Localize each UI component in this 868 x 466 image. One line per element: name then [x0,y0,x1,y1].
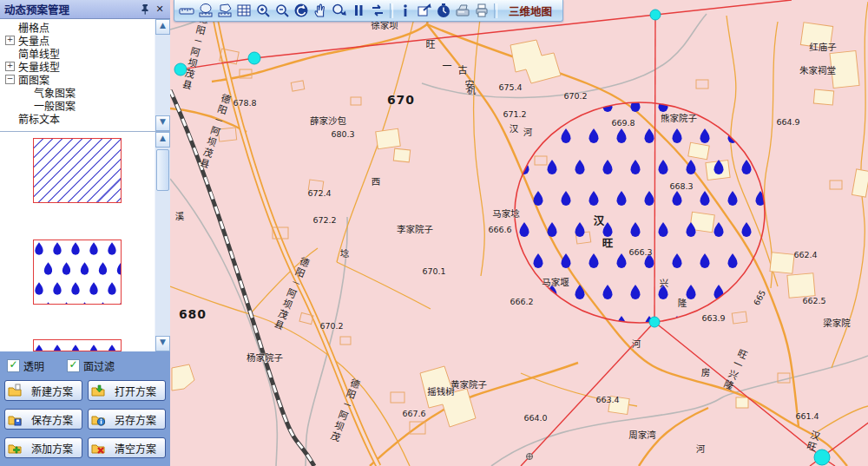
scroll-thumb[interactable] [156,149,169,191]
plan-button-清空方案[interactable]: 清空方案 [88,437,166,458]
application-window: 动态预案管理 ✕ 栅格点+矢量点简单线型+矢量线型−面图案气象图案一般图案箭标文… [0,0,868,466]
measure-ruler-icon [179,3,194,18]
previous-view-button[interactable] [293,3,311,19]
measure-ellipse-button[interactable] [197,3,215,19]
layer-tree-area: 栅格点+矢量点简单线型+矢量线型−面图案气象图案一般图案箭标文本 ▲ ▼ [0,19,170,132]
panel-title: 动态预案管理 [4,1,136,17]
checkbox-box[interactable]: ✓ [67,359,80,372]
swap-arrows-button[interactable] [369,3,387,19]
pattern-scrollbar[interactable]: ▲ ▼ [155,132,170,351]
info-icon [398,3,413,18]
tree-scrollbar[interactable]: ▲ ▼ [155,19,170,131]
hazard-zone-ellipse[interactable] [515,102,765,323]
option-checkboxes: ✓透明✓面过滤 [3,357,167,380]
pan-hand-button[interactable] [312,3,330,19]
junction-symbol [527,454,533,460]
plan-management-panel: 动态预案管理 ✕ 栅格点+矢量点简单线型+矢量线型−面图案气象图案一般图案箭标文… [0,0,171,466]
tree-item-气象图案[interactable]: 气象图案 [5,86,155,99]
folder-new-icon [8,384,22,397]
zoom-select-button[interactable] [331,3,349,19]
hatch-pattern-swatch[interactable] [33,138,122,203]
tree-item-面图案[interactable]: −面图案 [5,73,155,86]
toolbar-separator [390,3,393,18]
plan-button-保存方案[interactable]: 保存方案 [4,409,82,430]
expand-icon[interactable]: + [5,62,15,71]
raindrop-preview [34,240,121,304]
zoom-in-icon [255,3,271,18]
checkbox-透明[interactable]: ✓透明 [7,358,44,373]
pattern-list-area: ▲ ▼ [0,132,170,351]
pan-hand-icon [312,3,328,18]
plan-button-另存方案[interactable]: 另存方案 [88,409,166,430]
plan-button-label: 保存方案 [24,412,80,427]
pause-button[interactable] [350,3,368,19]
zoom-out-button[interactable] [273,3,292,19]
raindrop-pattern-swatch[interactable] [33,240,122,305]
panel-title-bar: 动态预案管理 ✕ [0,0,170,19]
scroll-track[interactable] [155,148,170,336]
folder-add-icon [8,441,22,455]
tree-item-简单线型[interactable]: 简单线型 [5,47,155,60]
plan-button-label: 打开方案 [108,384,163,398]
clipped-preview [34,343,121,351]
plan-button-添加方案[interactable]: 添加方案 [4,437,82,458]
scroll-track[interactable] [155,35,170,115]
map-canvas[interactable] [170,0,868,466]
plan-button-label: 添加方案 [24,441,80,456]
tree-item-矢量线型[interactable]: +矢量线型 [5,60,155,73]
grid-icon [236,3,252,18]
toolbar-separator [494,3,497,18]
map-3d-button[interactable]: 三维地图 [501,3,560,19]
checkbox-box[interactable]: ✓ [7,359,20,372]
expand-icon[interactable]: + [5,36,15,45]
timer-icon [436,3,451,18]
plan-button-grid: 新建方案打开方案保存方案另存方案添加方案清空方案修改参数修改属性 [3,380,167,466]
measure-ellipse-icon [198,3,214,18]
measure-ruler-button[interactable] [178,3,196,19]
measure-polygon-button[interactable] [216,3,234,19]
scanner-icon [455,3,470,18]
zoom-out-icon [274,3,290,18]
folder-open-icon [91,384,105,397]
pause-icon [351,3,366,18]
checkbox-面过滤[interactable]: ✓面过滤 [67,358,115,373]
map-toolbar: 三维地图 [174,0,563,22]
close-icon[interactable]: ✕ [154,3,166,16]
export-button[interactable] [416,3,434,19]
plan-button-打开方案[interactable]: 打开方案 [88,380,166,401]
info-button[interactable] [397,3,415,19]
plan-button-label: 另存方案 [108,412,163,427]
folder-saveas-icon [91,412,105,426]
clipped-pattern-swatch[interactable] [33,339,122,351]
plan-button-label: 新建方案 [24,384,80,398]
zoom-select-icon [332,3,347,18]
swap-arrows-icon [370,3,385,18]
folder-save-icon [8,412,22,426]
checkbox-label: 透明 [23,358,44,373]
tree-item-矢量点[interactable]: +矢量点 [5,34,155,47]
folder-clear-icon [91,441,105,455]
tree-item-栅格点[interactable]: 栅格点 [5,21,155,34]
plan-button-label: 清空方案 [108,441,163,456]
layer-tree: 栅格点+矢量点简单线型+矢量线型−面图案气象图案一般图案箭标文本 [0,19,155,131]
zoom-in-button[interactable] [254,3,273,19]
measure-polygon-icon [217,3,233,18]
pattern-list [0,132,155,351]
previous-view-icon [293,3,309,18]
tree-item-一般图案[interactable]: 一般图案 [5,99,155,112]
tree-item-箭标文本[interactable]: 箭标文本 [5,112,155,125]
export-icon [417,3,432,18]
scroll-down-icon[interactable]: ▼ [155,336,170,351]
grid-button[interactable] [235,3,253,19]
map-viewport[interactable]: 徐家坝红庙子朱家祠堂678.8675.4机薛家沙包680.3670671.2汉河… [170,0,868,466]
timer-button[interactable] [435,3,453,19]
pin-icon[interactable] [139,3,151,16]
collapse-icon[interactable]: − [5,75,15,84]
plan-button-新建方案[interactable]: 新建方案 [4,380,82,401]
scroll-down-icon[interactable]: ▼ [155,115,170,131]
checkbox-label: 面过滤 [83,358,115,373]
scroll-up-icon[interactable]: ▲ [155,132,170,148]
scroll-up-icon[interactable]: ▲ [155,19,170,35]
printer-button[interactable] [473,3,491,19]
scanner-button[interactable] [454,3,472,19]
